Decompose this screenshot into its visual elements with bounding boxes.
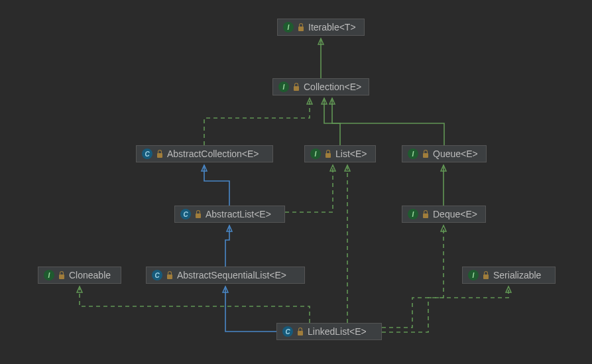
interface-icon: I — [283, 22, 294, 32]
interface-icon: I — [408, 209, 418, 219]
edge-abstractcoll-to-collection — [204, 98, 310, 145]
interface-icon: I — [44, 270, 54, 280]
interface-icon: I — [310, 149, 321, 159]
lock-icon — [422, 150, 429, 158]
node-deque[interactable]: IDeque<E> — [402, 206, 486, 223]
class-icon: C — [282, 326, 293, 337]
edges-layer — [0, 0, 592, 364]
lock-icon — [297, 328, 304, 335]
edge-linkedlist-to-deque — [382, 225, 444, 332]
node-label: AbstractCollection<E> — [167, 149, 259, 159]
edge-list-to-collection — [324, 98, 340, 145]
interface-icon: I — [408, 149, 418, 159]
lock-icon — [293, 83, 300, 91]
lock-icon — [58, 271, 65, 279]
node-label: Queue<E> — [433, 149, 478, 159]
node-label: Serializable — [493, 270, 541, 280]
abstract-class-icon: C — [142, 149, 152, 159]
node-serializable[interactable]: ISerializable — [462, 267, 556, 284]
node-label: Cloneable — [69, 270, 111, 280]
lock-icon — [483, 271, 489, 279]
node-abstractcoll[interactable]: CAbstractCollection<E> — [136, 145, 273, 162]
lock-icon — [298, 23, 304, 31]
abstract-class-icon: C — [152, 270, 162, 280]
node-label: LinkedList<E> — [308, 326, 367, 337]
edge-linkedlist-to-serializable — [382, 286, 508, 328]
lock-icon — [422, 210, 429, 218]
lock-icon — [156, 150, 163, 158]
lock-icon — [325, 150, 331, 158]
node-label: Collection<E> — [304, 82, 361, 92]
node-abstractlist[interactable]: CAbstractList<E> — [174, 206, 285, 223]
node-collection[interactable]: ICollection<E> — [272, 78, 369, 95]
node-label: Iterable<T> — [308, 22, 356, 32]
node-label: AbstractList<E> — [206, 209, 271, 219]
edge-abstractlist-to-list — [285, 165, 333, 212]
lock-icon — [195, 210, 202, 218]
node-iterable[interactable]: IIterable<T> — [277, 19, 365, 36]
edge-queue-to-collection — [332, 98, 444, 145]
node-abstractseqlist[interactable]: CAbstractSequentialList<E> — [146, 267, 305, 284]
abstract-class-icon: C — [180, 209, 191, 219]
interface-icon: I — [468, 270, 479, 280]
edge-linkedlist-to-abstractseqlist — [225, 286, 276, 332]
diagram-canvas: IIterable<T>ICollection<E>CAbstractColle… — [0, 0, 592, 364]
node-queue[interactable]: IQueue<E> — [402, 145, 487, 162]
node-list[interactable]: IList<E> — [304, 145, 376, 162]
node-linkedlist[interactable]: CLinkedList<E> — [276, 323, 382, 340]
interface-icon: I — [278, 82, 289, 92]
node-label: Deque<E> — [433, 209, 477, 219]
lock-icon — [166, 271, 173, 279]
node-label: List<E> — [335, 149, 367, 159]
edge-abstractseqlist-to-abstractlist — [225, 225, 229, 267]
edge-abstractlist-to-abstractcoll — [204, 165, 229, 206]
edge-linkedlist-to-cloneable — [80, 286, 310, 323]
node-cloneable[interactable]: ICloneable — [38, 267, 121, 284]
node-label: AbstractSequentialList<E> — [177, 270, 286, 280]
